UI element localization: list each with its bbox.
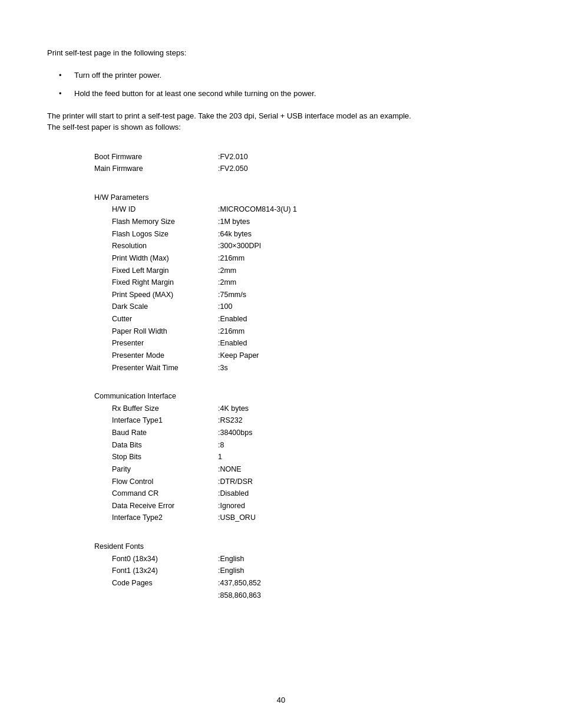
dark-scale-label: Dark Scale <box>94 301 218 313</box>
fixed-left-row: Fixed Left Margin :2mm <box>94 265 515 277</box>
code-pages-row2: :858,860,863 <box>94 589 515 602</box>
font0-row: Font0 (18x34) :English <box>94 553 515 565</box>
flow-control-value: :DTR/DSR <box>218 476 289 488</box>
data-bits-label: Data Bits <box>94 439 218 452</box>
flash-mem-row: Flash Memory Size :1M bytes <box>94 216 515 228</box>
boot-firmware-value: :FV2.010 <box>218 151 289 163</box>
flash-logos-label: Flash Logos Size <box>94 228 218 241</box>
code-pages-row: Code Pages :437,850,852 <box>94 577 515 589</box>
flow-control-label: Flow Control <box>94 476 218 488</box>
main-firmware-row: Main Firmware :FV2.050 <box>94 163 515 175</box>
flash-logos-value: :64k bytes <box>218 228 289 241</box>
paper-roll-value: :216mm <box>218 325 289 338</box>
stop-bits-row: Stop Bits 1 <box>94 451 515 463</box>
data-receive-error-label: Data Receive Error <box>94 500 218 512</box>
font1-value: :English <box>218 565 289 577</box>
fixed-left-value: :2mm <box>218 265 289 277</box>
print-speed-row: Print Speed (MAX) :75mm/s <box>94 289 515 301</box>
code-pages-value: :437,850,852 <box>218 577 289 589</box>
interface-type1-label: Interface Type1 <box>94 414 218 427</box>
page: Print self-test page in the following st… <box>0 0 562 728</box>
presenter-value: :Enabled <box>218 337 289 350</box>
stop-bits-label: Stop Bits <box>94 451 218 463</box>
main-firmware-value: :FV2.050 <box>218 163 289 175</box>
print-width-label: Print Width (Max) <box>94 252 218 265</box>
cutter-label: Cutter <box>94 313 218 325</box>
fonts-section-label: Resident Fonts <box>94 541 144 553</box>
paper-roll-row: Paper Roll Width :216mm <box>94 325 515 338</box>
code-pages-value2: :858,860,863 <box>218 589 289 602</box>
baud-rate-row: Baud Rate :38400bps <box>94 427 515 439</box>
selftest-block: Boot Firmware :FV2.010 Main Firmware :FV… <box>47 151 515 602</box>
comm-section-label: Communication Interface <box>94 390 176 403</box>
parity-row: Parity :NONE <box>94 463 515 476</box>
printer-info-text3: The self-test paper is shown as follows: <box>47 123 181 131</box>
fixed-right-value: :2mm <box>218 276 289 289</box>
resolution-value: :300×300DPI <box>218 240 289 252</box>
baud-rate-label: Baud Rate <box>94 427 218 439</box>
main-firmware-label: Main Firmware <box>94 163 218 175</box>
paper-roll-label: Paper Roll Width <box>94 325 218 338</box>
command-cr-value: :Disabled <box>218 487 289 500</box>
presenter-row: Presenter :Enabled <box>94 337 515 350</box>
flash-mem-label: Flash Memory Size <box>94 216 218 228</box>
printer-info-line2: The printer will start to print a self-t… <box>47 110 515 133</box>
dark-scale-value: :100 <box>218 301 289 313</box>
bullet-item-2: Hold the feed button for at least one se… <box>65 88 515 100</box>
data-receive-error-value: :Ignored <box>218 500 289 512</box>
bullet-item-1: Turn off the printer power. <box>65 70 515 81</box>
baud-rate-value: :38400bps <box>218 427 289 439</box>
cutter-row: Cutter :Enabled <box>94 313 515 325</box>
presenter-wait-value: :3s <box>218 362 289 374</box>
rx-buffer-label: Rx Buffer Size <box>94 403 218 415</box>
flow-control-row: Flow Control :DTR/DSR <box>94 476 515 488</box>
code-pages-label: Code Pages <box>94 577 218 589</box>
print-speed-value: :75mm/s <box>218 289 289 301</box>
resolution-row: Resolution :300×300DPI <box>94 240 515 252</box>
flash-mem-value: :1M bytes <box>218 216 289 228</box>
hw-section-label: H/W Parameters <box>94 192 148 204</box>
presenter-wait-label: Presenter Wait Time <box>94 362 218 374</box>
print-width-row: Print Width (Max) :216mm <box>94 252 515 265</box>
font1-row: Font1 (13x24) :English <box>94 565 515 577</box>
dark-scale-row: Dark Scale :100 <box>94 301 515 313</box>
data-bits-row: Data Bits :8 <box>94 439 515 452</box>
fixed-right-row: Fixed Right Margin :2mm <box>94 276 515 289</box>
data-receive-error-row: Data Receive Error :Ignored <box>94 500 515 512</box>
interface-type2-value: :USB_ORU <box>218 512 289 524</box>
command-cr-row: Command CR :Disabled <box>94 487 515 500</box>
command-cr-label: Command CR <box>94 487 218 500</box>
hw-id-label: H/W ID <box>94 203 218 216</box>
flash-logos-row: Flash Logos Size :64k bytes <box>94 228 515 241</box>
boot-firmware-label: Boot Firmware <box>94 151 218 163</box>
boot-firmware-row: Boot Firmware :FV2.010 <box>94 151 515 163</box>
intro-line1: Print self-test page in the following st… <box>47 47 515 59</box>
rx-buffer-value: :4K bytes <box>218 403 289 415</box>
hw-section-title: H/W Parameters <box>94 192 515 204</box>
parity-label: Parity <box>94 463 218 476</box>
presenter-mode-row: Presenter Mode :Keep Paper <box>94 350 515 362</box>
presenter-label: Presenter <box>94 337 218 350</box>
resolution-label: Resolution <box>94 240 218 252</box>
hw-id-value: :MICROCOM814-3(U) 1 <box>218 203 297 216</box>
interface-type2-row: Interface Type2 :USB_ORU <box>94 512 515 524</box>
cutter-value: :Enabled <box>218 313 289 325</box>
print-width-value: :216mm <box>218 252 289 265</box>
font0-value: :English <box>218 553 289 565</box>
presenter-wait-row: Presenter Wait Time :3s <box>94 362 515 374</box>
rx-buffer-row: Rx Buffer Size :4K bytes <box>94 403 515 415</box>
parity-value: :NONE <box>218 463 289 476</box>
interface-type1-row: Interface Type1 :RS232 <box>94 414 515 427</box>
presenter-mode-label: Presenter Mode <box>94 350 218 362</box>
print-speed-label: Print Speed (MAX) <box>94 289 218 301</box>
presenter-mode-value: :Keep Paper <box>218 350 289 362</box>
data-bits-value: :8 <box>218 439 289 452</box>
interface-type2-label: Interface Type2 <box>94 512 218 524</box>
bullet-list: Turn off the printer power. Hold the fee… <box>65 70 515 100</box>
fonts-section-title: Resident Fonts <box>94 541 515 553</box>
interface-type1-value: :RS232 <box>218 414 289 427</box>
stop-bits-value: 1 <box>218 451 289 463</box>
font1-label: Font1 (13x24) <box>94 565 218 577</box>
hw-id-row: H/W ID :MICROCOM814-3(U) 1 <box>94 203 515 216</box>
printer-info-text2: The printer will start to print a self-t… <box>47 111 411 120</box>
